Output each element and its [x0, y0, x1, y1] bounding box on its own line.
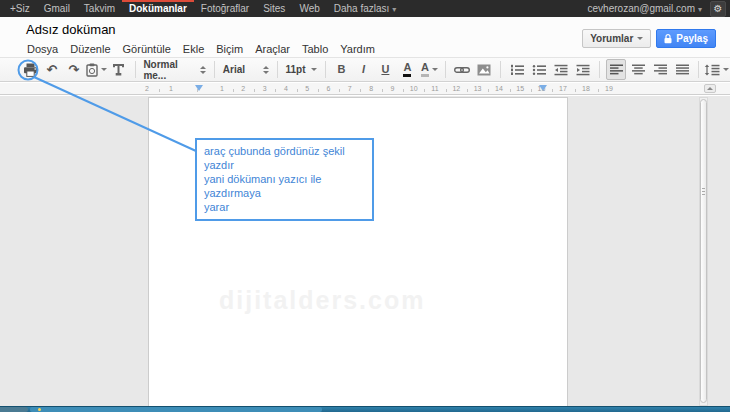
align-right-icon — [654, 64, 667, 75]
account-menu[interactable]: cevherozan@gmail.com▾ — [586, 0, 704, 18]
comments-label: Yorumlar — [590, 33, 633, 44]
chevron-down-icon: ▾ — [392, 5, 396, 14]
ruler-number: 3 — [263, 85, 267, 92]
bulleted-list-icon — [532, 64, 546, 76]
outdent-icon — [554, 64, 568, 76]
ruler-number: 14 — [495, 85, 503, 92]
align-left-button[interactable] — [606, 59, 626, 80]
print-button[interactable] — [20, 59, 40, 80]
account-email: cevherozan@gmail.com — [588, 3, 695, 14]
menu-format[interactable]: Biçim — [210, 43, 249, 55]
menu-tools[interactable]: Araçlar — [249, 43, 296, 55]
googlebar-item-gmail[interactable]: Gmail — [37, 0, 77, 17]
toolbar-separator — [500, 61, 501, 78]
clipboard-icon — [86, 63, 98, 77]
text-color-button[interactable]: A — [397, 59, 417, 80]
menu-insert[interactable]: Ekle — [177, 43, 210, 55]
ruler-tick — [403, 89, 404, 92]
ruler-number: 17 — [559, 85, 567, 92]
ruler-number: 1 — [220, 85, 224, 92]
font-size-dropdown[interactable]: 11pt — [283, 64, 320, 75]
googlebar-right: cevherozan@gmail.com▾ ⚙ — [586, 0, 730, 17]
chevron-down-icon: ▾ — [698, 5, 702, 14]
right-margin-marker[interactable] — [539, 85, 547, 91]
ruler-tick — [575, 89, 576, 92]
chevron-down-icon — [723, 68, 729, 71]
start-button[interactable] — [0, 407, 28, 412]
decrease-indent-button[interactable] — [551, 59, 571, 80]
menu-file[interactable]: Dosya — [21, 43, 64, 55]
googlebar-item-plus-you[interactable]: +Siz — [3, 0, 37, 17]
comments-button[interactable]: Yorumlar — [582, 29, 651, 48]
taskbar-window-button[interactable] — [30, 407, 322, 412]
web-clipboard-button[interactable] — [86, 59, 107, 80]
align-right-button[interactable] — [650, 59, 670, 80]
numbered-list-button[interactable] — [507, 59, 527, 80]
lock-icon — [664, 34, 672, 44]
redo-button[interactable]: ↷ — [64, 59, 84, 80]
italic-button[interactable]: I — [353, 59, 373, 80]
italic-icon: I — [362, 64, 365, 75]
chevron-down-icon — [637, 37, 643, 40]
toolbar-separator — [214, 61, 215, 78]
menu-view[interactable]: Görüntüle — [117, 43, 177, 55]
ruler-tick — [488, 89, 489, 92]
share-label: Paylaş — [676, 33, 708, 44]
share-button[interactable]: Paylaş — [656, 29, 716, 48]
annotation-line: araç çubunda gördünüz şekil yazdır — [204, 144, 365, 172]
text-color-icon: A — [403, 62, 411, 77]
left-margin-marker[interactable] — [195, 85, 203, 91]
ruler-number: 13 — [474, 85, 482, 92]
googlebar-item-calendar[interactable]: Takvim — [77, 0, 122, 17]
underline-icon: U — [381, 64, 389, 75]
annotation-line: yani dökümanı yazıcı ile yazdırmaya — [204, 172, 365, 200]
document-title[interactable]: Adsız doküman — [26, 22, 116, 37]
font-dropdown[interactable]: Arial — [220, 64, 272, 75]
taskbar — [0, 406, 730, 412]
scrollbar-thumb[interactable] — [700, 99, 707, 403]
menu-table[interactable]: Tablo — [296, 43, 334, 55]
menu-edit[interactable]: Düzenle — [64, 43, 116, 55]
line-spacing-button[interactable] — [705, 59, 729, 80]
ruler-number: 12 — [452, 85, 460, 92]
insert-link-button[interactable] — [452, 59, 472, 80]
ruler-tick — [446, 89, 447, 92]
ruler-number: 2 — [241, 85, 245, 92]
print-icon — [23, 63, 38, 77]
compact-controls-toggle[interactable] — [704, 84, 716, 93]
ruler-tick — [467, 89, 468, 92]
toolbar-separator — [445, 61, 446, 78]
watermark: dijitalders.com — [219, 286, 425, 315]
undo-button[interactable]: ↶ — [42, 59, 62, 80]
increase-indent-button[interactable] — [573, 59, 593, 80]
gear-icon[interactable]: ⚙ — [710, 1, 726, 17]
ruler-number: 7 — [348, 85, 352, 92]
annotation-callout: araç çubunda gördünüz şekil yazdır yani … — [195, 138, 374, 221]
insert-image-button[interactable] — [474, 59, 494, 80]
bulleted-list-button[interactable] — [529, 59, 549, 80]
toolbar-separator — [698, 61, 699, 78]
styles-dropdown[interactable]: Normal me... — [140, 59, 209, 81]
align-center-button[interactable] — [628, 59, 648, 80]
google-bar: +Siz Gmail Takvim Dokümanlar Fotoğraflar… — [0, 0, 730, 17]
underline-button[interactable]: U — [375, 59, 395, 80]
bold-button[interactable]: B — [331, 59, 351, 80]
googlebar-item-web[interactable]: Web — [292, 0, 326, 17]
justify-button[interactable] — [672, 59, 692, 80]
googlebar-item-sites[interactable]: Sites — [256, 0, 292, 17]
redo-icon: ↷ — [69, 63, 80, 76]
ruler-number: 18 — [582, 85, 590, 92]
toolbar-separator — [277, 61, 278, 78]
toolbar-separator — [135, 61, 136, 78]
ruler-number: 9 — [390, 85, 394, 92]
doc-header: Adsız doküman Dosya Düzenle Görüntüle Ek… — [0, 17, 730, 57]
highlight-color-button[interactable]: A — [419, 59, 439, 80]
googlebar-item-more[interactable]: Daha fazlası▾ — [327, 0, 404, 17]
menu-help[interactable]: Yardım — [334, 43, 381, 55]
googlebar-item-photos[interactable]: Fotoğraflar — [194, 0, 256, 17]
paint-format-button[interactable] — [109, 59, 129, 80]
styles-value: Normal me... — [143, 59, 195, 81]
vertical-scrollbar[interactable] — [699, 97, 708, 406]
googlebar-item-documents[interactable]: Dokümanlar — [122, 0, 194, 17]
ruler-tick — [424, 89, 425, 92]
